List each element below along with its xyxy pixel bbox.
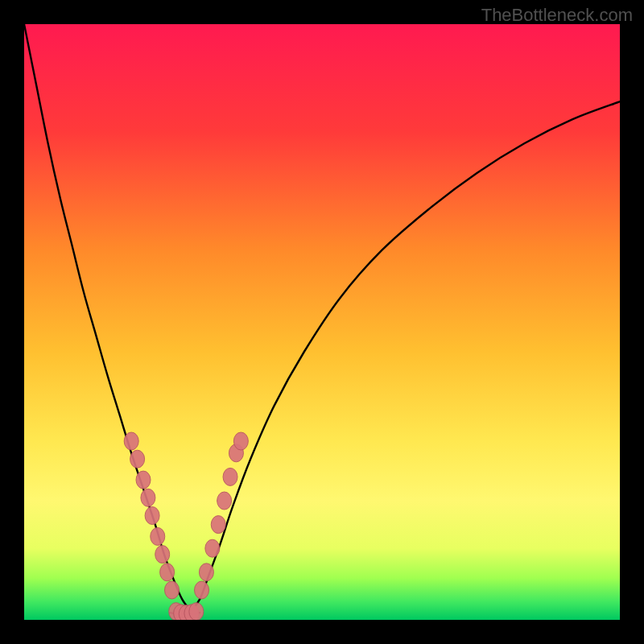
left-marker [136, 471, 151, 489]
left-marker [145, 507, 159, 525]
right-marker [223, 468, 237, 485]
right-marker [199, 564, 213, 581]
chart-svg [24, 24, 620, 620]
right-marker [195, 581, 209, 599]
left-marker [130, 450, 145, 468]
watermark-text: TheBottleneck.com [481, 5, 633, 26]
left-marker [160, 564, 175, 581]
plot-area [24, 24, 620, 620]
left-marker [151, 527, 165, 545]
right-marker [233, 432, 248, 450]
left-marker [141, 489, 155, 506]
left-marker [124, 432, 138, 450]
left-marker [165, 581, 180, 599]
chart-container: TheBottleneck.com [0, 0, 644, 644]
floor-marker [189, 603, 204, 620]
right-marker [217, 492, 232, 510]
right-marker [205, 539, 220, 557]
right-marker [211, 516, 225, 534]
left-marker [155, 546, 170, 564]
